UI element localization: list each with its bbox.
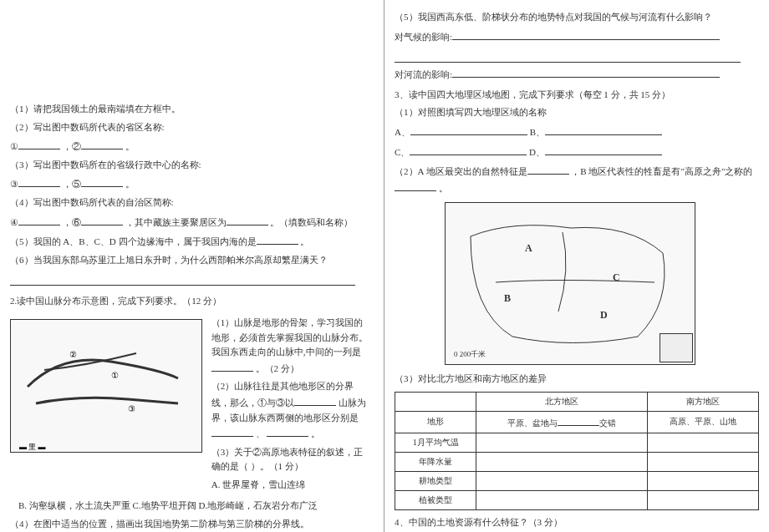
label-5: ，⑤ xyxy=(63,179,81,189)
answer-line[interactable] xyxy=(452,28,720,40)
cell-empty[interactable] xyxy=(476,433,648,452)
label-4: ④ xyxy=(10,217,18,227)
left-column: （1）请把我国领土的最南端填在方框中。 （2）写出图中数码所代表的省区名称: ①… xyxy=(0,0,384,532)
cell-north-terrain: 平原、盆地与交错 xyxy=(476,411,648,433)
cell-empty[interactable] xyxy=(647,433,758,452)
th-south: 南方地区 xyxy=(647,392,758,411)
table-header-row: 北方地区 南方地区 xyxy=(395,392,759,411)
question-2-section: 2.读中国山脉分布示意图，完成下列要求。（12 分） ② ① ③ ▬ 里 ▬ xyxy=(10,294,374,531)
cell-empty[interactable] xyxy=(476,471,648,490)
punct: 。 xyxy=(125,179,135,189)
answer-line[interactable] xyxy=(395,48,741,63)
row-label-terrain: 地形 xyxy=(395,411,476,433)
cell-empty[interactable] xyxy=(647,452,758,471)
q1-sub2-blanks: ① ，② 。 xyxy=(10,138,374,155)
china-regions-map: A B C D 0 200千米 xyxy=(445,202,695,365)
climate-label: 对气候的影响: xyxy=(395,32,452,42)
q1-sub4: （4）写出图中数码所代表的自治区简称: xyxy=(10,195,374,210)
china-mountain-map: ② ① ③ ▬ 里 ▬ xyxy=(10,319,202,453)
q4: 4、中国的土地资源有什么特征？（3 分） xyxy=(395,515,759,530)
note: 。（填数码和名称） xyxy=(270,217,353,227)
blank-field[interactable] xyxy=(81,214,123,225)
q3-sub1: （1）对照图填写四大地理区域的名称 xyxy=(395,105,759,120)
th-north: 北方地区 xyxy=(476,392,648,411)
blank-field[interactable] xyxy=(18,214,60,225)
q2-sub5-river: 对河流的影响: xyxy=(395,66,759,83)
cell-empty[interactable] xyxy=(476,452,648,471)
label-b: B、 xyxy=(530,127,545,137)
blank-field[interactable] xyxy=(227,214,268,225)
comparison-table: 北方地区 南方地区 地形 平原、盆地与交错 高原、平原、山地 1月平均气温 年降… xyxy=(395,392,759,510)
label-2: ，② xyxy=(63,141,81,151)
map-svg: ② ① ③ ▬ 里 ▬ xyxy=(11,320,203,453)
blank-field[interactable] xyxy=(81,175,123,187)
label-tibetan: ，其中藏族主要聚居区为 xyxy=(125,217,227,227)
q1-sub3: （3）写出图中数码所在的省级行政中心的名称: xyxy=(10,158,374,173)
blank-field[interactable] xyxy=(211,425,253,437)
answer-line[interactable] xyxy=(10,271,355,286)
cell-text-a: 平原、盆地与 xyxy=(507,418,558,428)
punct: 。 xyxy=(300,236,309,246)
q2-title: 2.读中国山脉分布示意图，完成下列要求。（12 分） xyxy=(10,294,374,309)
blank-field[interactable] xyxy=(18,175,60,187)
blank-field[interactable] xyxy=(81,138,123,149)
blank-field[interactable] xyxy=(267,425,308,437)
answer-line[interactable] xyxy=(452,66,720,78)
q3-sub1-ab: A、 B、 xyxy=(395,124,759,140)
blank-field[interactable] xyxy=(545,144,662,155)
q2-options-bcd: B. 沟壑纵横，水土流失严重 C.地势平坦开阔 D.地形崎岖，石灰岩分布广泛 xyxy=(18,499,374,514)
blank-field[interactable] xyxy=(545,124,662,135)
blank-field[interactable] xyxy=(558,414,599,426)
svg-text:▬ 里 ▬: ▬ 里 ▬ xyxy=(19,443,46,451)
cell-text-b: 交错 xyxy=(599,418,616,428)
cell-empty[interactable] xyxy=(647,471,758,490)
q3-sub2-c: 。 xyxy=(439,183,448,193)
blank-field[interactable] xyxy=(410,144,527,155)
svg-text:①: ① xyxy=(111,371,119,380)
blank-field[interactable] xyxy=(211,360,253,372)
row-label-farmland: 耕地类型 xyxy=(395,471,476,490)
blank-field[interactable] xyxy=(410,124,527,135)
row-label-rain: 年降水量 xyxy=(395,452,476,471)
blank-field[interactable] xyxy=(395,180,436,191)
q2-right-text: （1）山脉是地形的骨架，学习我国的地形，必须首先掌握我国的山脉分布。我国东西走向… xyxy=(211,312,370,496)
label-6: ，⑥ xyxy=(63,217,81,227)
q2-sub4: （4）在图中适当的位置，描画出我国地势第二阶梯与第三阶梯的分界线。 xyxy=(10,517,374,532)
q2-sub3: （3）关于②高原地表特征的叙述，正确的是（ ）。（1 分） xyxy=(211,445,370,474)
punct: 。 xyxy=(125,141,135,151)
table-row: 1月平均气温 xyxy=(395,433,759,452)
q3-sub2-a: （2）A 地区最突出的自然特征是 xyxy=(395,166,527,176)
blank-field[interactable] xyxy=(527,163,569,175)
row-label-temp: 1月平均气温 xyxy=(395,433,476,452)
table-row: 植被类型 xyxy=(395,490,759,509)
cell-empty[interactable] xyxy=(647,490,758,509)
q2-sub1-text: （1）山脉是地形的骨架，学习我国的地形，必须首先掌握我国的山脉分布。我国东西走向… xyxy=(211,317,368,357)
q2-sub1: （1）山脉是地形的骨架，学习我国的地形，必须首先掌握我国的山脉分布。我国东西走向… xyxy=(211,316,370,376)
q3-sub3: （3）对比北方地区和南方地区的差异 xyxy=(395,372,759,387)
blank-field[interactable] xyxy=(18,138,60,149)
map-placeholder-space xyxy=(10,7,374,99)
map-inset-icon xyxy=(660,333,693,362)
th-blank xyxy=(395,392,476,411)
cell-empty[interactable] xyxy=(476,490,648,509)
table-row: 耕地类型 xyxy=(395,471,759,490)
svg-text:②: ② xyxy=(69,350,77,359)
q2-sub5-climate: 对气候的影响: xyxy=(395,28,759,45)
q1-sub4-blanks: ④ ，⑥ ，其中藏族主要聚居区为 。（填数码和名称） xyxy=(10,214,374,231)
label-c: C、 xyxy=(395,147,410,157)
q1-sub1: （1）请把我国领土的最南端填在方框中。 xyxy=(10,102,374,117)
table-row: 年降水量 xyxy=(395,452,759,471)
q2-content-row: ② ① ③ ▬ 里 ▬ （1）山脉是地形的骨架，学习我国的地形，必须首先掌握我国… xyxy=(10,312,374,496)
label-d: D、 xyxy=(529,147,545,157)
right-column: （5）我国西高东低、阶梯状分布的地势特点对我国的气候与河流有什么影响？ 对气候的… xyxy=(384,0,769,532)
q2-sub2-d: 。 xyxy=(311,428,320,438)
label-1: ① xyxy=(10,141,18,151)
q2-sub1-pts: 。（2 分） xyxy=(256,363,299,373)
q1-sub2: （2）写出图中数码所代表的省区名称: xyxy=(10,120,374,135)
q1-sub5: （5）我国的 A、B、C、D 四个边缘海中，属于我国内海的是 。 xyxy=(10,233,374,250)
blank-field[interactable] xyxy=(257,233,298,245)
q1-sub3-blanks: ③ ，⑤ 。 xyxy=(10,175,374,192)
label-3: ③ xyxy=(10,179,18,189)
q1-sub6: （6）当我国东部乌苏里江上旭日东升时，为什么西部帕米尔高原却繁星满天？ xyxy=(10,253,374,268)
blank-field[interactable] xyxy=(294,394,336,406)
